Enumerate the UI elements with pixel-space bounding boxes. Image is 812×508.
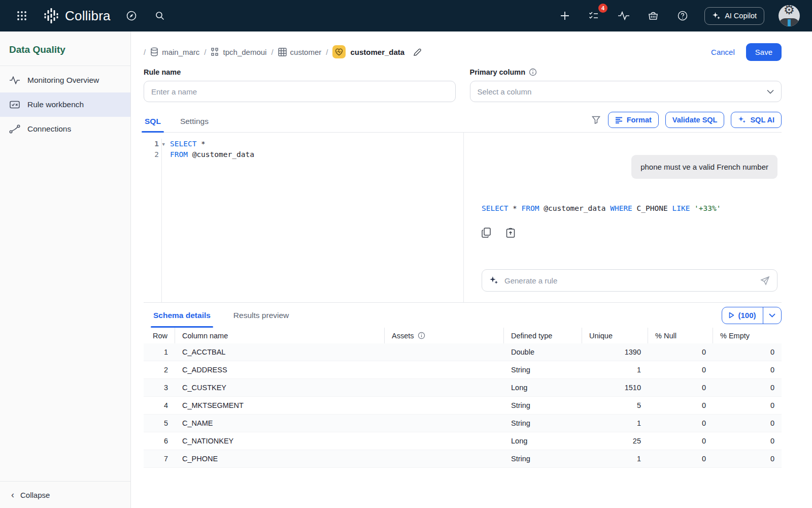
schema-icon: [211, 48, 220, 56]
sparkles-icon: [489, 276, 498, 285]
table-icon: [278, 48, 287, 56]
table-row[interactable]: 1 C_ACCTBAL Double 1390 0 0: [144, 343, 782, 361]
app-root: Collibra: [0, 0, 812, 508]
main-content: / main_marc /: [131, 31, 812, 508]
generate-rule-input[interactable]: [504, 276, 754, 285]
run-query-button[interactable]: (100): [722, 307, 782, 324]
header-defined-type: Defined type: [504, 328, 582, 343]
generate-rule-inputbox[interactable]: [482, 269, 777, 292]
sql-line: FROM @customer_data: [170, 149, 254, 160]
header-assets: Assets: [385, 328, 504, 343]
format-lines-icon: [615, 117, 623, 123]
marketplace-basket-icon[interactable]: [646, 8, 661, 23]
chevron-left-icon: ‹: [11, 490, 14, 500]
edit-pencil-icon[interactable]: [413, 48, 422, 56]
user-message-bubble: phone must ve a valid French number: [631, 155, 777, 179]
table-row[interactable]: 7 C_PHONE String 1 0 0: [144, 450, 782, 468]
collibra-logo-icon: [43, 7, 60, 24]
header-column-name: Column name: [175, 328, 385, 343]
chevron-down-icon: [767, 89, 774, 94]
ai-assistant-panel: phone must ve a valid French number SELE…: [463, 133, 782, 302]
table-row[interactable]: 4 C_MKTSEGMENT String 5 0 0: [144, 397, 782, 415]
sql-line: SELECT *: [170, 139, 254, 149]
sidebar-item-label: Connections: [27, 124, 71, 134]
table-row[interactable]: 3 C_CUSTKEY Long 1510 0 0: [144, 379, 782, 397]
header-row: Row: [144, 328, 175, 343]
sql-code[interactable]: SELECT * FROM @customer_data: [162, 139, 254, 302]
play-icon: [729, 312, 734, 319]
tab-sql[interactable]: SQL: [144, 117, 162, 132]
save-button[interactable]: Save: [746, 43, 782, 61]
format-button[interactable]: Format: [608, 112, 659, 128]
ai-copilot-label: AI Copilot: [725, 12, 757, 20]
sidebar-item-label: Rule workbench: [27, 100, 84, 109]
editor-gutter: 1 ▼ 2: [144, 139, 162, 302]
sidebar-title: Data Quality: [0, 31, 130, 66]
run-options-chevron[interactable]: [763, 307, 781, 324]
sql-ai-button[interactable]: SQL AI: [731, 112, 782, 128]
info-icon: [418, 332, 425, 339]
sidebar: Data Quality Monitoring Overview: [0, 31, 131, 508]
send-icon[interactable]: [760, 276, 770, 285]
sidebar-item-connections[interactable]: Connections: [0, 117, 130, 141]
sidebar-collapse-button[interactable]: ‹ Collapse: [0, 482, 130, 508]
header-unique: Unique: [582, 328, 648, 343]
top-navbar: Collibra: [0, 0, 812, 31]
search-icon[interactable]: [152, 8, 167, 23]
table-row[interactable]: 2 C_ADDRESS String 1 0 0: [144, 361, 782, 379]
tab-settings[interactable]: Settings: [179, 117, 210, 132]
compass-icon[interactable]: [124, 8, 139, 23]
help-icon[interactable]: [675, 8, 690, 23]
copy-icon[interactable]: [482, 228, 491, 238]
validate-sql-button[interactable]: Validate SQL: [665, 112, 725, 128]
breadcrumb-table[interactable]: customer: [278, 48, 322, 56]
sparkles-icon: [738, 116, 746, 124]
sql-editor[interactable]: 1 ▼ 2 SELECT * FROM @customer_data: [144, 133, 463, 302]
primary-column-select[interactable]: Select a column: [470, 81, 782, 102]
notification-badge: 4: [598, 4, 607, 13]
cancel-button[interactable]: Cancel: [711, 48, 735, 56]
sidebar-item-label: Monitoring Overview: [27, 76, 99, 85]
header-empty: % Empty: [713, 328, 782, 343]
database-icon: [150, 47, 158, 56]
add-icon[interactable]: [557, 8, 572, 23]
primary-column-label: Primary column: [470, 68, 526, 76]
breadcrumb-database[interactable]: main_marc: [150, 47, 199, 56]
user-avatar[interactable]: ⚙: [779, 5, 800, 26]
breadcrumb: / main_marc /: [144, 45, 422, 58]
table-row[interactable]: 5 C_NAME String 1 0 0: [144, 415, 782, 432]
breadcrumb-current-asset: customer_data: [350, 48, 404, 56]
rule-name-label: Rule name: [144, 68, 456, 76]
sidebar-item-monitoring-overview[interactable]: Monitoring Overview: [0, 68, 130, 92]
apps-grid-icon[interactable]: [14, 8, 29, 23]
gear-icon: ⚙: [784, 5, 795, 16]
insert-into-editor-icon[interactable]: [506, 228, 515, 238]
tab-schema-details[interactable]: Schema details: [153, 303, 211, 328]
pulse-icon: [9, 76, 20, 84]
tasks-icon[interactable]: 4: [587, 8, 602, 23]
sparkles-icon: [712, 12, 721, 20]
collapse-label: Collapse: [20, 491, 50, 499]
sidebar-item-rule-workbench[interactable]: Rule workbench: [0, 92, 130, 117]
brand-name: Collibra: [65, 8, 111, 24]
collibra-logo[interactable]: Collibra: [43, 7, 111, 24]
rule-workbench-icon: [9, 100, 20, 109]
run-count: (100): [738, 311, 756, 320]
breadcrumb-schema[interactable]: tpch_demoui: [211, 48, 267, 56]
tab-results-preview[interactable]: Results preview: [233, 303, 289, 328]
data-quality-asset-icon: [332, 45, 346, 58]
info-icon: [529, 68, 537, 76]
results-section: Schema details Results preview (100): [144, 302, 782, 468]
rule-name-input[interactable]: [144, 81, 456, 102]
activity-pulse-icon[interactable]: [616, 8, 631, 23]
header-null: % Null: [648, 328, 713, 343]
connections-icon: [9, 124, 20, 134]
table-row[interactable]: 6 C_NATIONKEY Long 25 0 0: [144, 432, 782, 450]
fold-chevron-icon[interactable]: ▼: [162, 139, 165, 150]
schema-table: Row Column name Assets Defined type Uniq…: [144, 328, 782, 468]
ai-copilot-button[interactable]: AI Copilot: [704, 7, 764, 25]
ai-generated-sql: SELECT * FROM @customer_data WHERE C_PHO…: [482, 204, 777, 212]
filter-funnel-icon[interactable]: [592, 116, 600, 124]
schema-table-header: Row Column name Assets Defined type Uniq…: [144, 328, 782, 343]
